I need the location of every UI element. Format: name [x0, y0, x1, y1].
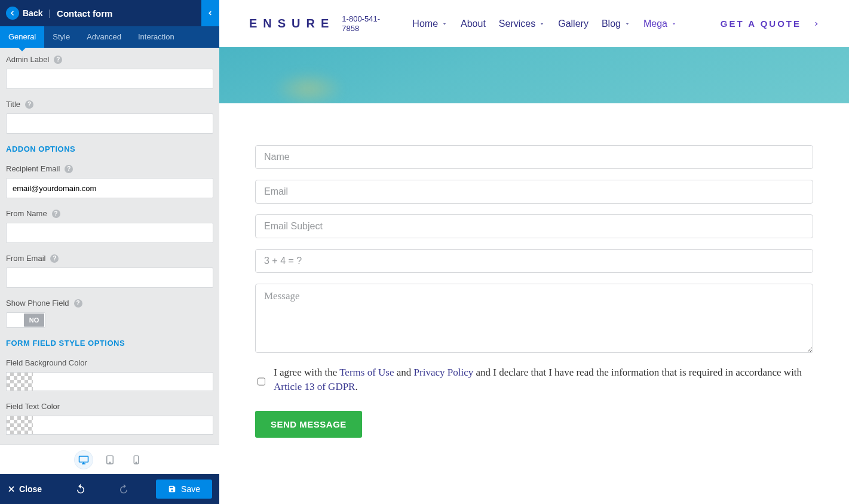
close-button[interactable]: Close [7, 484, 42, 494]
redo-icon [118, 483, 129, 494]
help-icon[interactable]: ? [50, 254, 59, 263]
show-phone-label: Show Phone Field [6, 299, 69, 308]
site-logo[interactable]: ENSURE [249, 17, 335, 30]
nav-mega[interactable]: Mega [643, 19, 677, 29]
checker-icon [7, 373, 33, 391]
help-icon[interactable]: ? [52, 210, 60, 218]
message-field[interactable] [255, 284, 813, 353]
recipient-email-label: Recipient Email [6, 164, 60, 173]
privacy-link[interactable]: Privacy Policy [414, 367, 474, 378]
toggle-no-label: NO [24, 314, 44, 327]
nav-label: Services [499, 19, 535, 29]
nav-about[interactable]: About [461, 19, 486, 29]
undo-icon [75, 483, 86, 494]
cta-label: GET A QUOTE [721, 19, 801, 29]
nav-label: Mega [643, 19, 667, 29]
subject-field[interactable] [255, 214, 813, 238]
collapse-sidebar-button[interactable] [201, 0, 219, 26]
svg-point-2 [109, 462, 111, 463]
device-preview-bar [0, 444, 219, 474]
site-phone: 1-800-541-7858 [342, 14, 390, 33]
consent-checkbox[interactable] [258, 369, 265, 394]
help-icon[interactable]: ? [25, 100, 33, 109]
chevron-right-icon [813, 21, 819, 27]
device-tablet-button[interactable] [101, 451, 119, 469]
nav-label: About [461, 19, 486, 29]
nav-label: Gallery [558, 19, 589, 29]
text-color-label: Field Text Color [6, 402, 60, 411]
redo-button[interactable] [118, 483, 129, 496]
svg-rect-0 [79, 456, 88, 462]
from-email-input[interactable] [6, 268, 213, 288]
from-email-label: From Email [6, 254, 45, 263]
device-mobile-button[interactable] [127, 451, 145, 469]
nav-label: Blog [602, 19, 621, 29]
back-button[interactable]: Back [6, 7, 42, 20]
close-label: Close [19, 484, 42, 494]
help-icon[interactable]: ? [65, 165, 73, 173]
chevron-down-icon [624, 21, 630, 27]
nav-gallery[interactable]: Gallery [558, 19, 589, 29]
nav-blog[interactable]: Blog [602, 19, 630, 29]
email-field[interactable] [255, 180, 813, 204]
title-label: Title [6, 100, 20, 109]
send-message-button[interactable]: SEND MESSAGE [255, 411, 362, 438]
site-header: ENSURE 1-800-541-7858 Home About Service… [219, 0, 849, 47]
chevron-down-icon [442, 21, 448, 27]
close-icon [7, 485, 16, 493]
svg-point-4 [136, 462, 137, 463]
help-icon[interactable]: ? [74, 299, 82, 308]
preview-canvas[interactable]: ENSURE 1-800-541-7858 Home About Service… [219, 0, 849, 504]
tab-interaction[interactable]: Interaction [130, 26, 183, 48]
show-phone-toggle[interactable]: NO [6, 312, 45, 328]
from-name-input[interactable] [6, 223, 213, 243]
save-label: Save [181, 484, 200, 494]
chevron-down-icon [539, 21, 545, 27]
editor-tabs: General Style Advanced Interaction [0, 26, 219, 48]
save-icon [168, 485, 176, 493]
back-arrow-icon [6, 7, 19, 20]
tab-advanced[interactable]: Advanced [78, 26, 130, 48]
nav-home[interactable]: Home [412, 19, 448, 29]
section-addon-options: ADDON OPTIONS [6, 145, 213, 153]
captcha-field[interactable] [255, 249, 813, 273]
text-color-input[interactable] [6, 416, 213, 435]
name-field[interactable] [255, 145, 813, 169]
device-desktop-button[interactable] [75, 451, 93, 469]
editor-title: Contact form [57, 8, 112, 19]
bg-color-input[interactable] [6, 372, 213, 391]
consent-text: I agree with the Terms of Use and Privac… [270, 365, 813, 394]
back-label: Back [23, 8, 42, 18]
help-icon[interactable]: ? [54, 56, 62, 64]
nav-services[interactable]: Services [499, 19, 545, 29]
terms-link[interactable]: Terms of Use [339, 367, 394, 378]
undo-button[interactable] [75, 483, 86, 496]
editor-sidebar: Back | Contact form General Style Advanc… [0, 0, 219, 504]
contact-form: I agree with the Terms of Use and Privac… [219, 103, 849, 474]
save-button[interactable]: Save [156, 480, 212, 499]
get-quote-button[interactable]: GET A QUOTE [721, 19, 819, 29]
consent-row: I agree with the Terms of Use and Privac… [255, 365, 813, 394]
sidebar-header: Back | Contact form [0, 0, 219, 26]
checker-icon [7, 416, 33, 434]
sidebar-footer: Close Save [0, 474, 219, 504]
site-nav: Home About Services Gallery Blog Mega [412, 19, 677, 29]
tab-general[interactable]: General [0, 26, 44, 48]
admin-label-input[interactable] [6, 69, 213, 89]
from-name-label: From Name [6, 209, 47, 218]
section-form-field-style: FORM FIELD STYLE OPTIONS [6, 339, 213, 348]
hero-banner [219, 47, 849, 103]
bg-color-label: Field Background Color [6, 358, 87, 367]
panel-scroll-area[interactable]: Admin Label? Title? ADDON OPTIONS Recipi… [0, 48, 219, 444]
admin-label-label: Admin Label [6, 55, 49, 64]
header-separator: | [48, 8, 51, 18]
nav-label: Home [412, 19, 438, 29]
gdpr-link[interactable]: Article 13 of GDPR [274, 381, 355, 392]
chevron-down-icon [671, 21, 677, 27]
recipient-email-input[interactable] [6, 178, 213, 198]
title-input[interactable] [6, 113, 213, 134]
tab-style[interactable]: Style [44, 26, 78, 48]
